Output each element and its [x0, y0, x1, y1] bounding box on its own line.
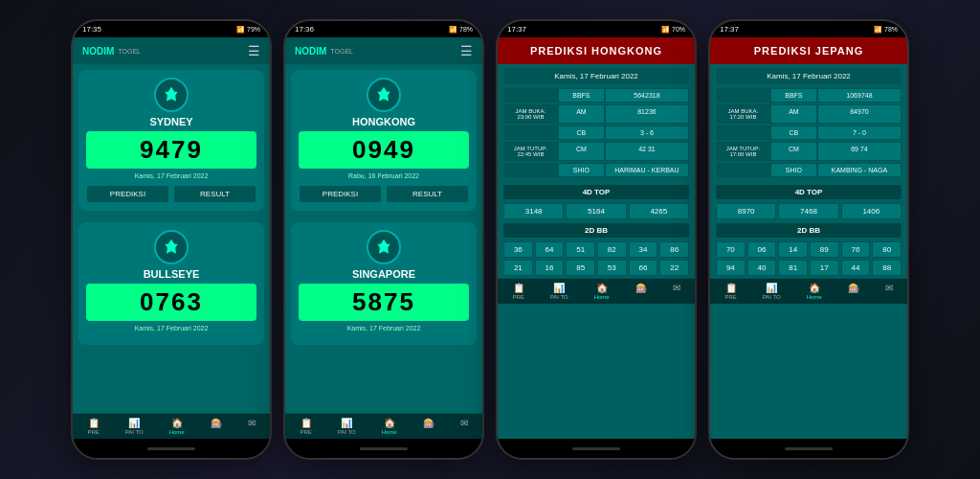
hk-cm-label: CM: [558, 142, 605, 161]
status-time-2: 17:36: [295, 25, 314, 34]
nav-paito-1[interactable]: 📊PAI TO: [125, 418, 144, 435]
nav-paito-3[interactable]: 📊PAI TO: [550, 283, 568, 300]
hk-bbfs-value: 5642318: [605, 88, 689, 103]
phone1-content: NODIM TOGEL ☰ SYDNEY 9479 Kamis, 17 Febr…: [73, 37, 270, 439]
hk-jam-tutup-label: JAM TUTUP:22:45 WIB: [503, 142, 558, 161]
jp-2d-9: 81: [778, 260, 808, 276]
jp-2d-6: 80: [872, 241, 902, 258]
jp-cb-row: CB 7 - 0: [716, 125, 902, 140]
hk-4d-grid: 3148 5164 4265: [503, 203, 689, 219]
hk-2d-7: 21: [503, 260, 533, 276]
nav-pre-1[interactable]: 📋PRE: [87, 418, 99, 435]
nav-game-2[interactable]: 🎰: [423, 418, 434, 435]
hk-2d-8: 16: [535, 260, 565, 276]
hongkong-buttons: PREDIKSI RESULT: [299, 185, 469, 203]
jp-bbfs-label: BBFS: [770, 88, 817, 103]
hk-cb-row: CB 3 - 6: [503, 125, 689, 140]
phone2-logo: NODIM TOGEL: [295, 46, 353, 57]
nav-game-3[interactable]: 🎰: [635, 283, 647, 300]
menu-icon-1[interactable]: ☰: [248, 43, 260, 58]
hk-2d-4: 82: [597, 241, 627, 258]
nav-game-1[interactable]: 🎰: [211, 418, 222, 435]
nav-game-4[interactable]: 🎰: [848, 283, 859, 300]
jp-jam-tutup-label: JAM TUTUP:17:00 WIB: [716, 142, 770, 161]
sydney-number: 9479: [86, 131, 256, 169]
nav-home-3[interactable]: 🏠Home: [594, 283, 610, 300]
phone1-home-bar: [73, 439, 270, 458]
status-time-4: 17:37: [720, 25, 739, 34]
hongkong-result-btn[interactable]: RESULT: [386, 185, 469, 203]
sydney-result-btn[interactable]: RESULT: [173, 185, 256, 203]
singapore-icon: [367, 230, 401, 264]
nav-pre-2[interactable]: 📋PRE: [300, 418, 311, 435]
nav-paito-2[interactable]: 📊PAI TO: [338, 418, 356, 435]
nav-pre-4[interactable]: 📋PRE: [724, 283, 736, 300]
status-bar-3: 17:37 📶 70%: [498, 21, 695, 37]
nav-home-1[interactable]: 🏠Home: [169, 418, 185, 435]
nav-home-2[interactable]: 🏠Home: [382, 418, 397, 435]
jp-2d-7: 94: [716, 260, 746, 276]
battery-4: 78%: [884, 26, 898, 33]
jp-cb-label: CB: [770, 125, 817, 140]
hk-am-value: 81236: [605, 104, 689, 124]
hk-2d-6: 86: [659, 241, 689, 258]
jp-2d-1: 70: [716, 241, 746, 258]
prediksi-hk-table: BBFS 5642318 JAM BUKA:23:00 WIB AM 81236…: [503, 88, 689, 179]
battery-1: 79%: [247, 26, 260, 33]
jp-2d-grid: 70 06 14 89 76 80 94 40 81 17 44 88: [716, 241, 902, 276]
phone2-header: NODIM TOGEL ☰: [285, 37, 482, 64]
nav-mail-3[interactable]: ✉: [673, 283, 680, 300]
phone1-cards: SYDNEY 9479 Kamis, 17 Februari 2022 PRED…: [73, 64, 270, 413]
nav-paito-4[interactable]: 📊PAI TO: [763, 283, 781, 300]
status-icons-2: 📶 78%: [449, 26, 473, 34]
sydney-name: SYDNEY: [149, 116, 192, 127]
hongkong-name: HONGKONG: [352, 116, 415, 127]
menu-icon-2[interactable]: ☰: [460, 43, 473, 58]
hongkong-date: Rabu, 16 Februari 2022: [348, 172, 419, 179]
card-sydney: SYDNEY 9479 Kamis, 17 Februari 2022 PRED…: [78, 70, 264, 211]
sydney-prediksi-btn[interactable]: PREDIKSI: [86, 185, 169, 203]
sydney-icon: [154, 78, 189, 112]
status-icons-3: 📶 70%: [661, 26, 685, 34]
phone2-home-bar: [285, 439, 482, 458]
jp-4d-3: 1406: [841, 203, 902, 219]
jp-2d-3: 14: [778, 241, 808, 258]
hongkong-prediksi-btn[interactable]: PREDIKSI: [299, 185, 382, 203]
phone4-screen: PREDIKSI JEPANG Kamis, 17 Februari 2022 …: [710, 37, 907, 439]
nav-mail-1[interactable]: ✉: [248, 418, 256, 435]
jp-2d-10: 17: [810, 260, 839, 276]
status-bar-1: 17:35 📶 79%: [73, 21, 270, 37]
phone1-header: NODIM TOGEL ☰: [73, 37, 270, 64]
nav-home-4[interactable]: 🏠Home: [807, 283, 822, 300]
nav-pre-3[interactable]: 📋PRE: [512, 283, 523, 300]
card-singapore: SINGAPORE 5875 Kamis, 17 Februari 2022: [291, 222, 477, 345]
phone4-home-bar: [710, 439, 907, 458]
nav-mail-2[interactable]: ✉: [460, 418, 468, 435]
phone3-nav: 📋PRE 📊PAI TO 🏠Home 🎰 ✉: [498, 278, 695, 304]
hk-2d-header: 2D BB: [503, 223, 689, 238]
jp-am-row: JAM BUKA:17:20 WIB AM 84970: [716, 104, 902, 124]
jp-4d-2: 7468: [778, 203, 838, 219]
hk-cb-label: CB: [558, 125, 605, 140]
bullseye-date: Kamis, 17 Februari 2022: [135, 325, 209, 331]
jp-2d-8: 40: [747, 260, 777, 276]
jp-2d-11: 44: [841, 260, 871, 276]
hk-am-row: JAM BUKA:23:00 WIB AM 81236: [503, 104, 689, 124]
jp-2d-4: 89: [810, 241, 839, 258]
hk-4d-1: 3148: [503, 203, 564, 219]
singapore-date: Kamis, 17 Februari 2022: [347, 325, 421, 331]
hk-shio-value: HARIMAU - KERBAU: [605, 163, 689, 177]
card-hongkong: HONGKONG 0949 Rabu, 16 Februari 2022 PRE…: [291, 70, 477, 211]
status-icons-1: 📶 79%: [236, 26, 260, 34]
jp-am-value: 84970: [817, 104, 902, 124]
jp-bbfs-value: 1069748: [817, 88, 902, 103]
status-bar-4: 17:37 📶 78%: [710, 21, 907, 37]
hk-cb-value: 3 - 6: [605, 125, 689, 140]
jp-2d-header: 2D BB: [716, 223, 902, 238]
nav-mail-4[interactable]: ✉: [885, 283, 893, 300]
battery-2: 78%: [459, 26, 473, 33]
hk-2d-2: 64: [535, 241, 565, 258]
prediksi-jp-table: BBFS 1069748 JAM BUKA:17:20 WIB AM 84970…: [716, 88, 902, 179]
hk-am-label: AM: [558, 104, 605, 124]
bullseye-name: BULLSEYE: [144, 268, 200, 280]
